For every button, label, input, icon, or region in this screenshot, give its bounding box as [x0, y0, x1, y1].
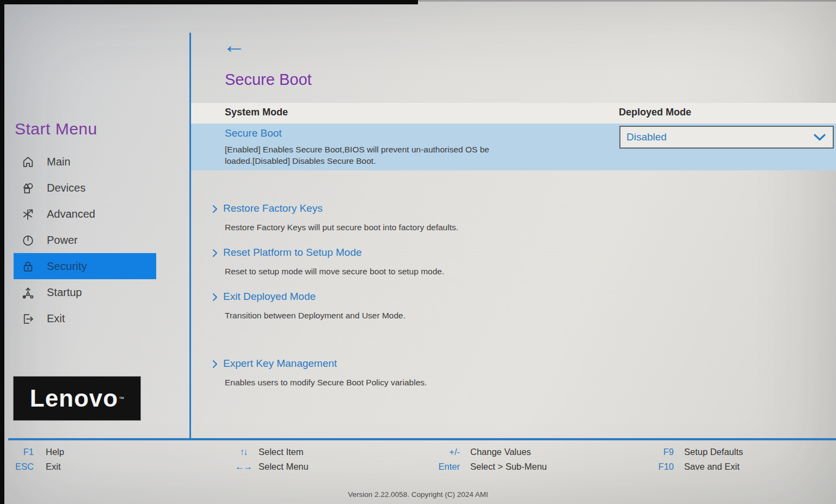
hint-help: F1 Help	[14, 445, 64, 459]
lenovo-logo-tm: ™	[119, 396, 124, 402]
link-reset-platform-setup-mode: Reset Platform to Setup Mode Reset to se…	[212, 247, 444, 276]
sidebar-item-startup[interactable]: Startup	[14, 279, 156, 305]
chevron-right-icon	[212, 360, 218, 368]
chevron-right-icon	[212, 249, 218, 257]
sidebar-nav: Main Devices Advanced	[14, 149, 156, 331]
startup-icon	[21, 285, 35, 300]
secure-boot-row[interactable]: Secure Boot [Enabled] Enables Secure Boo…	[191, 124, 836, 170]
bios-screen: Start Menu Main Devices	[0, 0, 836, 504]
hint-change-values: +/- Change Values	[429, 445, 547, 459]
deployed-mode-header: Deployed Mode	[619, 107, 691, 118]
secure-boot-row-label[interactable]: Secure Boot	[225, 127, 282, 139]
advanced-icon	[21, 207, 35, 222]
arrows-left-right-icon: ←→	[234, 462, 253, 472]
lenovo-logo: Lenovo™	[14, 377, 140, 420]
bios-version-text: Version 2.22.0058. Copyright (C) 2024 AM…	[0, 490, 836, 499]
chevron-down-icon	[814, 134, 826, 141]
arrows-up-down-icon: ↑↓	[234, 447, 253, 458]
sidebar-item-label: Main	[47, 156, 70, 168]
link-exit-deployed-mode: Exit Deployed Mode Transition between De…	[212, 291, 405, 321]
hint-select-menu: ←→ Select Menu	[234, 459, 309, 474]
security-lock-icon	[21, 259, 35, 274]
link-description: Enables users to modify Secure Boot Poli…	[225, 378, 427, 388]
lenovo-logo-text: Lenovo	[30, 385, 118, 412]
footer-hints-values: +/- Change Values Enter Select > Sub-Men…	[429, 445, 547, 474]
hint-label: Save and Exit	[684, 462, 740, 472]
dropdown-value: Disabled	[626, 131, 814, 143]
footer-hints-save: F9 Setup Defaults F10 Save and Exit	[651, 445, 743, 474]
sidebar-item-exit[interactable]: Exit	[14, 305, 156, 331]
sidebar-item-main[interactable]: Main	[14, 149, 156, 175]
hint-select-item: ↑↓ Select Item	[234, 445, 309, 459]
sidebar-item-security[interactable]: Security	[14, 253, 156, 279]
secure-boot-row-description: [Enabled] Enables Secure Boot,BIOS will …	[225, 144, 489, 167]
system-mode-header: System Mode	[225, 107, 288, 118]
hint-label: Change Values	[470, 447, 531, 457]
exit-icon	[21, 311, 35, 326]
footer-hints-nav: ↑↓ Select Item ←→ Select Menu	[234, 445, 309, 474]
link-head[interactable]: Restore Factory Keys	[212, 202, 458, 214]
devices-icon	[21, 181, 35, 195]
sidebar-title: Start Menu	[15, 120, 97, 138]
link-head[interactable]: Reset Platform to Setup Mode	[212, 247, 444, 259]
key-enter: Enter	[429, 462, 460, 472]
page-title: Secure Boot	[225, 71, 312, 89]
sidebar-item-label: Advanced	[47, 208, 95, 220]
sidebar-item-label: Startup	[47, 286, 82, 299]
key-f10: F10	[651, 462, 674, 472]
hint-label: Select Item	[259, 447, 304, 457]
hint-save-exit: F10 Save and Exit	[651, 459, 743, 474]
sidebar-item-label: Devices	[47, 182, 85, 194]
link-description: Transition between Deployment and User M…	[225, 311, 405, 321]
key-esc: ESC	[14, 462, 34, 472]
hint-label: Help	[46, 447, 64, 457]
link-restore-factory-keys: Restore Factory Keys Restore Factory Key…	[212, 202, 458, 232]
link-label[interactable]: Reset Platform to Setup Mode	[223, 247, 362, 259]
sidebar-item-advanced[interactable]: Advanced	[14, 201, 156, 227]
link-head[interactable]: Exit Deployed Mode	[212, 291, 405, 303]
sidebar-item-label: Power	[47, 234, 78, 247]
sidebar-item-devices[interactable]: Devices	[14, 175, 156, 201]
screen-left-bezel	[0, 0, 4, 504]
deployed-mode-dropdown[interactable]: Disabled	[619, 126, 834, 149]
sidebar-item-label: Exit	[47, 312, 65, 325]
footer-hints-keys: F1 Help ESC Exit	[14, 445, 64, 474]
link-description: Restore Factory Keys will put secure boo…	[225, 223, 458, 232]
key-f1: F1	[14, 447, 34, 457]
description-line: loaded.[Disabled] Disables Secure Boot.	[225, 155, 489, 167]
hint-label: Select > Sub-Menu	[470, 462, 547, 472]
sidebar-item-label: Security	[47, 260, 87, 273]
hint-setup-defaults: F9 Setup Defaults	[651, 445, 743, 459]
back-arrow-icon[interactable]: ←	[223, 34, 245, 57]
chevron-right-icon	[212, 293, 218, 302]
link-label[interactable]: Expert Key Management	[223, 358, 337, 370]
hint-label: Select Menu	[259, 462, 309, 472]
power-icon	[21, 233, 35, 248]
hint-select-submenu: Enter Select > Sub-Menu	[429, 459, 547, 474]
key-plus-minus: +/-	[429, 447, 460, 457]
main-panel: ← Secure Boot System Mode Deployed Mode …	[191, 0, 836, 439]
link-description: Reset to setup mode will move secure boo…	[225, 267, 444, 276]
key-f9: F9	[651, 447, 674, 457]
hint-label: Exit	[46, 462, 61, 472]
home-icon	[21, 155, 35, 169]
chevron-right-icon	[212, 205, 218, 213]
link-expert-key-management: Expert Key Management Enables users to m…	[212, 358, 427, 388]
sidebar-item-power[interactable]: Power	[14, 227, 156, 253]
link-head[interactable]: Expert Key Management	[212, 358, 427, 370]
hint-exit: ESC Exit	[14, 459, 64, 474]
description-line: [Enabled] Enables Secure Boot,BIOS will …	[225, 144, 489, 155]
hint-label: Setup Defaults	[684, 447, 743, 457]
link-label[interactable]: Restore Factory Keys	[223, 202, 323, 214]
link-label[interactable]: Exit Deployed Mode	[223, 291, 316, 303]
section-header-band: System Mode Deployed Mode	[191, 103, 836, 124]
